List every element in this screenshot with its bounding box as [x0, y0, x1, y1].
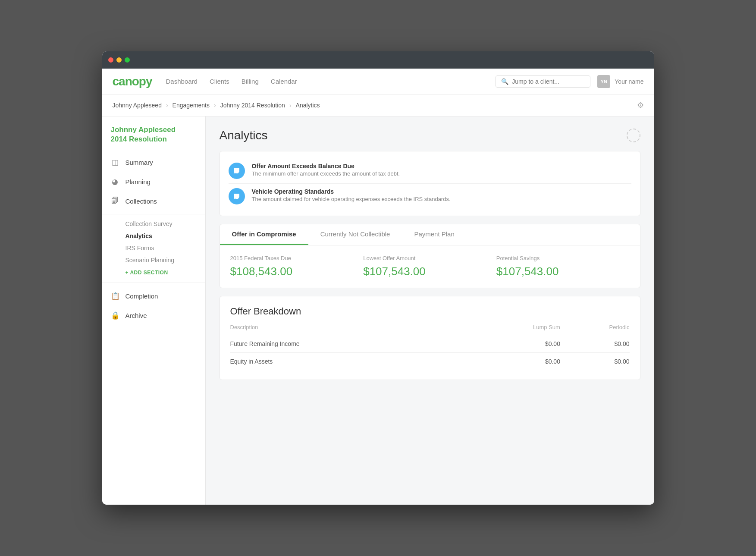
row-description: Future Remaining Income: [230, 335, 468, 353]
compass-icon: ◕: [111, 177, 119, 186]
sidebar-label-summary: Summary: [125, 159, 153, 166]
add-section-button[interactable]: + ADD SECTION: [102, 266, 205, 279]
top-navigation: canopy Dashboard Clients Billing Calenda…: [102, 69, 654, 94]
search-icon: 🔍: [501, 78, 508, 85]
breadcrumb-sep-1: ›: [166, 102, 168, 109]
tab-offer-in-compromise[interactable]: Offer in Compromise: [220, 224, 308, 245]
svg-rect-0: [234, 168, 235, 173]
user-area: YN Your name: [597, 75, 643, 88]
search-bar[interactable]: 🔍: [496, 75, 590, 88]
metric-value-3: $107,543.00: [496, 265, 630, 278]
lock-icon: 🔒: [111, 311, 119, 320]
sidebar-sub-collection-survey[interactable]: Collection Survey: [102, 218, 205, 230]
breadcrumb-engagements[interactable]: Engagements: [173, 102, 210, 109]
tabs-card: Offer in Compromise Currently Not Collec…: [220, 224, 640, 288]
flag-icon-2: [229, 188, 245, 204]
main-content: Analytics Offer Amount Exceeds Balance D…: [206, 116, 654, 505]
sidebar-client-title: Johnny Appleseed 2014 Resolution: [102, 125, 205, 153]
alert-item-1: Offer Amount Exceeds Balance Due The min…: [229, 158, 631, 183]
expand-dot[interactable]: [125, 57, 130, 63]
offer-breakdown-title: Offer Breakdown: [230, 306, 630, 317]
avatar: YN: [597, 75, 610, 88]
metric-value-2: $107,543.00: [363, 265, 496, 278]
briefcase-icon: 🗐: [111, 197, 119, 205]
tab-currently-not-collectible[interactable]: Currently Not Collectible: [308, 224, 402, 245]
sidebar-item-completion[interactable]: 📋 Completion: [102, 286, 205, 306]
metric-label-3: Potential Savings: [496, 255, 630, 261]
metric-federal-taxes: 2015 Federal Taxes Due $108,543.00: [230, 255, 364, 278]
close-dot[interactable]: [108, 57, 113, 63]
row-periodic: $0.00: [560, 335, 630, 353]
col-lump-sum: Lump Sum: [467, 324, 560, 335]
nav-calendar[interactable]: Calendar: [271, 78, 297, 85]
sidebar-label-collections: Collections: [125, 198, 157, 205]
tabs-row: Offer in Compromise Currently Not Collec…: [220, 224, 640, 245]
user-name: Your name: [615, 78, 643, 85]
row-lump-sum: $0.00: [467, 353, 560, 371]
refresh-icon[interactable]: [627, 129, 640, 142]
sidebar-item-summary[interactable]: ◫ Summary: [102, 153, 205, 172]
table-row: Future Remaining Income $0.00 $0.00: [230, 335, 630, 353]
alert-title-1: Offer Amount Exceeds Balance Due: [252, 163, 400, 170]
offer-breakdown-card: Offer Breakdown Description Lump Sum Per…: [220, 296, 640, 380]
breadcrumb-sep-2: ›: [214, 102, 216, 109]
breadcrumb: Johnny Appleseed › Engagements › Johnny …: [102, 94, 654, 116]
row-periodic: $0.00: [560, 353, 630, 371]
metrics-row: 2015 Federal Taxes Due $108,543.00 Lowes…: [230, 255, 630, 278]
alerts-card: Offer Amount Exceeds Balance Due The min…: [220, 151, 640, 216]
offer-breakdown-table: Description Lump Sum Periodic Future Rem…: [230, 324, 630, 370]
sidebar-label-planning: Planning: [125, 178, 151, 185]
sidebar: Johnny Appleseed 2014 Resolution ◫ Summa…: [102, 116, 206, 505]
breadcrumb-sep-3: ›: [289, 102, 292, 109]
metric-value-1: $108,543.00: [230, 265, 364, 278]
sidebar-item-planning[interactable]: ◕ Planning: [102, 172, 205, 192]
alert-desc-1: The minimum offer amount exceeds the amo…: [252, 170, 400, 177]
page-title: Analytics: [220, 129, 268, 142]
alert-item-2: Vehicle Operating Standards The amount c…: [229, 183, 631, 209]
table-header-row: Description Lump Sum Periodic: [230, 324, 630, 335]
nav-links: Dashboard Clients Billing Calendar: [166, 78, 496, 85]
titlebar: [102, 51, 654, 69]
minimize-dot[interactable]: [116, 57, 122, 63]
logo: canopy: [113, 75, 152, 88]
sidebar-label-archive: Archive: [125, 312, 147, 319]
page-header: Analytics: [220, 129, 640, 142]
table-row: Equity in Assets $0.00 $0.00: [230, 353, 630, 371]
sidebar-divider-1: [102, 214, 205, 214]
chart-icon: ◫: [111, 158, 119, 167]
row-description: Equity in Assets: [230, 353, 468, 371]
app-window: canopy Dashboard Clients Billing Calenda…: [102, 51, 654, 505]
sidebar-sub-scenario-planning[interactable]: Scenario Planning: [102, 254, 205, 266]
metric-potential-savings: Potential Savings $107,543.00: [496, 255, 630, 278]
tab-payment-plan[interactable]: Payment Plan: [402, 224, 466, 245]
sidebar-sub-analytics[interactable]: Analytics: [102, 230, 205, 242]
sidebar-label-completion: Completion: [125, 292, 158, 300]
nav-dashboard[interactable]: Dashboard: [166, 78, 198, 85]
sidebar-item-collections[interactable]: 🗐 Collections: [102, 192, 205, 210]
search-input[interactable]: [512, 78, 585, 85]
tab-content: 2015 Federal Taxes Due $108,543.00 Lowes…: [220, 245, 640, 288]
app-body: Johnny Appleseed 2014 Resolution ◫ Summa…: [102, 116, 654, 505]
col-description: Description: [230, 324, 468, 335]
metric-lowest-offer: Lowest Offer Amount $107,543.00: [363, 255, 496, 278]
breadcrumb-engagement-name[interactable]: Johnny 2014 Resolution: [220, 102, 285, 109]
nav-clients[interactable]: Clients: [210, 78, 229, 85]
metric-label-2: Lowest Offer Amount: [363, 255, 496, 261]
metric-label-1: 2015 Federal Taxes Due: [230, 255, 364, 261]
breadcrumb-current[interactable]: Analytics: [296, 102, 320, 109]
nav-billing[interactable]: Billing: [242, 78, 259, 85]
alert-title-2: Vehicle Operating Standards: [252, 188, 451, 195]
sidebar-sub-irs-forms[interactable]: IRS Forms: [102, 242, 205, 254]
sidebar-divider-2: [102, 283, 205, 283]
settings-icon[interactable]: ⚙: [637, 101, 644, 110]
alert-text-1: Offer Amount Exceeds Balance Due The min…: [252, 163, 400, 177]
alert-text-2: Vehicle Operating Standards The amount c…: [252, 188, 451, 202]
flag-icon-1: [229, 163, 245, 179]
alert-desc-2: The amount claimed for vehicle operating…: [252, 196, 451, 202]
sidebar-item-archive[interactable]: 🔒 Archive: [102, 306, 205, 325]
row-lump-sum: $0.00: [467, 335, 560, 353]
breadcrumb-client[interactable]: Johnny Appleseed: [113, 102, 162, 109]
col-periodic: Periodic: [560, 324, 630, 335]
list-icon: 📋: [111, 292, 119, 301]
svg-rect-1: [234, 194, 235, 199]
